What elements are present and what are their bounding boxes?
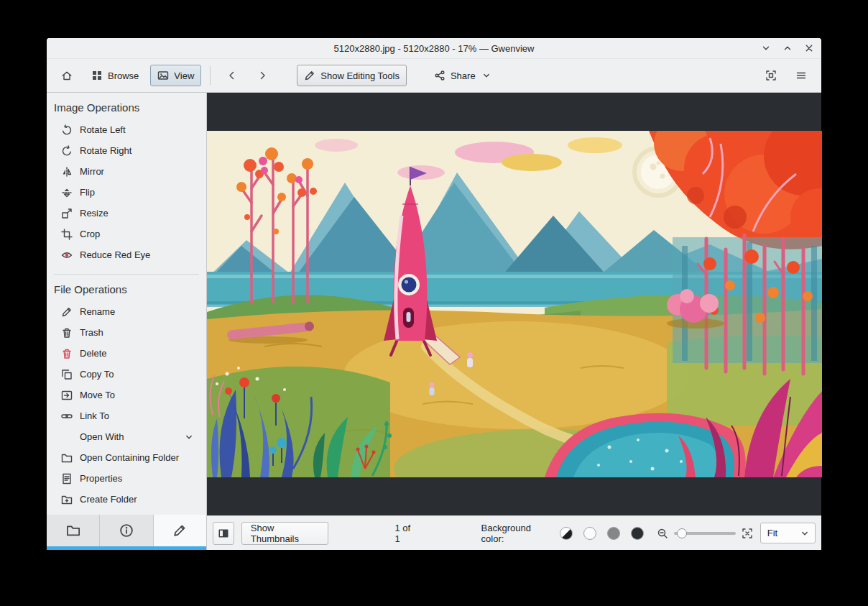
browse-button[interactable]: Browse — [84, 65, 146, 86]
chevron-up-icon — [782, 42, 793, 54]
folder-new-icon — [61, 494, 73, 505]
resize-icon — [61, 208, 73, 219]
rotate-right-icon — [61, 145, 73, 157]
swatch-gray[interactable] — [607, 527, 620, 540]
open-with-item[interactable]: Open With — [47, 426, 206, 447]
pencil-icon — [304, 70, 315, 81]
window-title: 5120x2880.jpg - 5120x2880 - 17% — Gwenvi… — [47, 43, 821, 54]
grid-icon — [91, 70, 103, 81]
sidebar-tabs — [47, 515, 206, 546]
move-to-item[interactable]: Move To — [47, 385, 206, 405]
swatch-black[interactable] — [631, 527, 644, 540]
rotate-left-item[interactable]: Rotate Left — [47, 119, 206, 140]
background-swatches — [560, 527, 644, 540]
close-button[interactable] — [801, 40, 817, 56]
image-operations-title: Image Operations — [47, 101, 206, 114]
share-label: Share — [451, 70, 476, 81]
properties-item[interactable]: Properties — [47, 468, 206, 489]
tab-information[interactable] — [100, 515, 153, 546]
zoom-fit-icon — [765, 70, 777, 81]
tab-operations[interactable] — [154, 515, 206, 546]
crop-icon — [61, 229, 73, 240]
link-icon — [61, 410, 73, 422]
artwork-illustration — [207, 131, 822, 477]
properties-icon — [61, 473, 73, 485]
show-editing-tools-button[interactable]: Show Editing Tools — [297, 65, 407, 86]
window-controls — [758, 38, 817, 58]
image-viewer[interactable] — [207, 93, 821, 515]
folder-open-icon — [61, 452, 73, 464]
mirror-item[interactable]: Mirror — [47, 161, 206, 182]
show-editing-tools-label: Show Editing Tools — [320, 70, 400, 81]
file-operations-title: File Operations — [47, 283, 206, 295]
delete-item[interactable]: Delete — [47, 343, 206, 364]
operations-panel: Image Operations Rotate Left Rotate Righ… — [47, 93, 206, 515]
link-to-item[interactable]: Link To — [47, 405, 206, 426]
zoom-out-icon[interactable] — [657, 528, 668, 539]
chevron-down-icon — [799, 528, 811, 539]
sidebar-toggle-icon — [218, 528, 229, 539]
reduce-red-eye-item[interactable]: Reduce Red Eye — [47, 244, 206, 265]
rotate-right-item[interactable]: Rotate Right — [47, 140, 206, 161]
view-button[interactable]: View — [150, 65, 201, 86]
background-color-label: Background color: — [481, 523, 551, 544]
titlebar[interactable]: 5120x2880.jpg - 5120x2880 - 17% — Gwenvi… — [47, 38, 821, 59]
flip-item[interactable]: Flip — [47, 182, 206, 203]
folder-icon — [66, 523, 80, 538]
copy-to-item[interactable]: Copy To — [47, 364, 206, 385]
toolbar-separator — [210, 66, 211, 85]
rename-icon — [61, 306, 73, 318]
rotate-left-icon — [61, 124, 73, 136]
swatch-auto[interactable] — [560, 527, 573, 540]
hamburger-icon — [795, 70, 807, 81]
share-button[interactable]: Share — [427, 65, 499, 86]
tab-folders[interactable] — [47, 515, 100, 546]
home-button[interactable] — [54, 65, 80, 86]
gwenview-window: 5120x2880.jpg - 5120x2880 - 17% — Gwenvi… — [47, 38, 821, 550]
pencil-icon — [172, 523, 187, 538]
create-folder-item[interactable]: Create Folder — [47, 489, 206, 510]
fit-page-button[interactable] — [758, 65, 784, 86]
statusbar: Show Thumbnails 1 of 1 Background color: — [207, 515, 821, 550]
resize-item[interactable]: Resize — [47, 203, 206, 224]
browse-label: Browse — [108, 70, 139, 81]
mirror-icon — [61, 166, 73, 178]
red-eye-icon — [61, 249, 73, 261]
zoom-slider-handle[interactable] — [677, 528, 687, 538]
zoom-slider[interactable] — [674, 526, 736, 541]
section-separator — [54, 274, 199, 275]
swatch-white[interactable] — [583, 527, 596, 540]
trash-icon — [61, 327, 73, 339]
copy-icon — [61, 369, 73, 380]
zoom-mode-dropdown[interactable]: Fit — [760, 523, 816, 543]
active-tab-accent — [47, 546, 206, 550]
info-icon — [119, 523, 134, 538]
zoom-fit-icon[interactable] — [742, 528, 753, 539]
zoom-controls — [657, 526, 753, 541]
back-button[interactable] — [219, 65, 245, 86]
toggle-sidebar-button[interactable] — [213, 522, 234, 545]
open-containing-folder-item[interactable]: Open Containing Folder — [47, 447, 206, 468]
trash-item[interactable]: Trash — [47, 322, 206, 343]
show-thumbnails-button[interactable]: Show Thumbnails — [241, 522, 329, 545]
chevron-down-icon — [760, 42, 772, 54]
minimize-button[interactable] — [758, 40, 774, 56]
displayed-image — [207, 131, 822, 477]
rename-item[interactable]: Rename — [47, 301, 206, 322]
image-icon — [157, 70, 169, 81]
chevron-down-icon — [481, 70, 492, 81]
chevron-down-icon — [183, 431, 195, 443]
main-toolbar: Browse View Show Editing Tools — [47, 59, 821, 93]
zoom-mode-value: Fit — [767, 528, 777, 538]
arrow-right-icon — [257, 70, 268, 81]
arrow-left-icon — [226, 70, 238, 81]
share-icon — [434, 70, 445, 81]
forward-button[interactable] — [249, 65, 275, 86]
flip-icon — [61, 187, 73, 198]
menu-button[interactable] — [788, 65, 814, 86]
crop-item[interactable]: Crop — [47, 224, 206, 244]
move-icon — [61, 390, 73, 401]
desktop: 5120x2880.jpg - 5120x2880 - 17% — Gwenvi… — [0, 0, 868, 606]
home-icon — [61, 70, 73, 81]
maximize-button[interactable] — [780, 40, 795, 56]
